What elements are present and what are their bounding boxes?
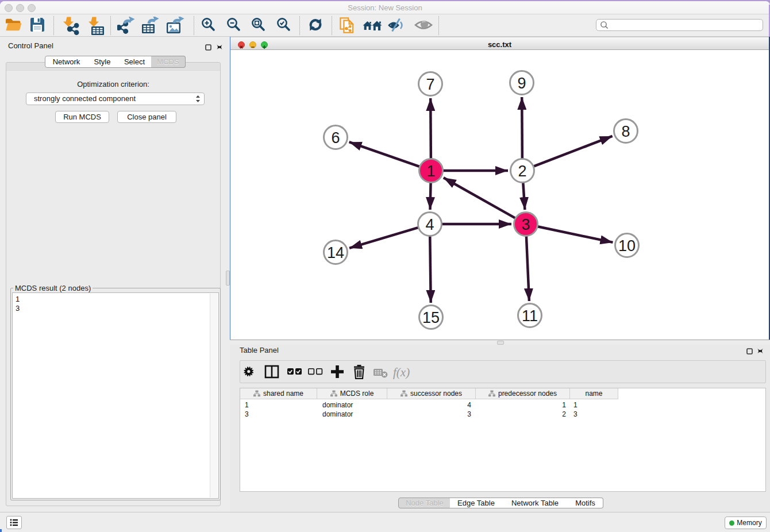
svg-text:14: 14 <box>327 244 344 261</box>
svg-text:4: 4 <box>425 216 434 233</box>
svg-text:7: 7 <box>426 76 434 93</box>
svg-text:15: 15 <box>422 309 440 326</box>
svg-text:f(x): f(x) <box>393 365 410 379</box>
svg-text:3: 3 <box>521 216 530 233</box>
svg-text:8: 8 <box>621 123 630 140</box>
svg-text:6: 6 <box>331 129 340 147</box>
svg-text:1: 1 <box>426 163 435 180</box>
svg-text:2: 2 <box>518 163 526 180</box>
svg-text:9: 9 <box>517 75 526 92</box>
svg-text:10: 10 <box>618 237 636 255</box>
svg-text:11: 11 <box>522 307 538 325</box>
